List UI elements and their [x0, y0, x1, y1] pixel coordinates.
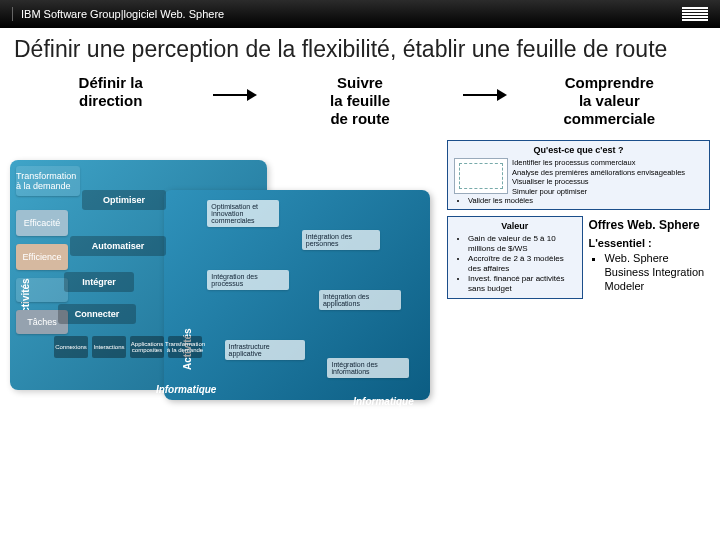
box-informations: Intégration des informations	[327, 358, 409, 378]
box-applications: Intégration des applications	[319, 290, 401, 310]
card-what-is-it: Qu'est-ce que c'est ? Identifier les pro…	[447, 140, 710, 210]
header-bar: IBM Software Group | logiciel Web. Spher…	[0, 0, 720, 28]
svg-marker-3	[497, 89, 507, 101]
offers-title: Offres Web. Sphere	[589, 218, 710, 232]
sb-interactions: Interactions	[92, 336, 126, 358]
tread-integrer: Intégrer	[64, 272, 134, 292]
sb-composites: Applications composites	[130, 336, 164, 358]
tread-connecter: Connecter	[58, 304, 136, 324]
list-item: Gain de valeur de 5 à 10 millions de $/W…	[468, 234, 575, 254]
right-column: Qu'est-ce que c'est ? Identifier les pro…	[447, 140, 710, 410]
header-divider	[12, 7, 13, 21]
tread-automatiser: Automatiser	[70, 236, 166, 256]
step-efficience: Efficience	[16, 244, 68, 270]
essential-item: Web. Sphere Business Integration Modeler	[605, 251, 710, 294]
card-heading: Qu'est-ce que c'est ?	[454, 145, 703, 155]
step-transform: Transformation à la demande	[16, 166, 80, 196]
foot-informatique-1: Informatique	[156, 384, 217, 395]
list-item: Valider les modèles	[468, 196, 703, 205]
arrow-right-icon	[461, 70, 509, 102]
arrow-right-icon	[211, 70, 259, 102]
essential-label: L'essentiel :	[589, 236, 710, 250]
foot-informatique-2: Informatique	[353, 396, 414, 407]
list-item: Accroître de 2 à 3 modèles des affaires	[468, 254, 575, 274]
box-processus: Intégration des processus	[207, 270, 289, 290]
thumbnail-icon	[454, 158, 508, 194]
card-heading: Valeur	[454, 221, 575, 231]
box-personnes: Intégration des personnes	[302, 230, 380, 250]
sb-connexions: Connexions	[54, 336, 88, 358]
list-item: Invest. financé par activités sans budge…	[468, 274, 575, 294]
step-efficacite: Efficacité	[16, 210, 68, 236]
slide-title: Définir une perception de la flexibilité…	[0, 28, 720, 66]
col-follow: Suivre la feuille de route	[259, 70, 460, 132]
lower-content: Activités Activités Transformation à la …	[0, 132, 720, 410]
sb-transformation: Transformation à la demande	[168, 336, 202, 358]
staircase-diagram: Activités Activités Transformation à la …	[10, 140, 439, 410]
header-product: logiciel Web. Sphere	[124, 8, 225, 20]
row-2: Valeur Gain de valeur de 5 à 10 millions…	[447, 216, 710, 299]
box-infrastructure: Infrastructure applicative	[225, 340, 305, 360]
offers-block: Offres Web. Sphere L'essentiel : Web. Sp…	[589, 216, 710, 299]
bottom-small-boxes: Connexions Interactions Applications com…	[54, 336, 202, 358]
col-understand: Comprendre la valeur commerciale	[509, 70, 710, 132]
column-headers: Définir la direction Suivre la feuille d…	[0, 66, 720, 132]
col-define: Définir la direction	[10, 70, 211, 114]
tread-optimiser: Optimiser	[82, 190, 166, 210]
box-optimisation: Optimisation et innovation commerciales	[207, 200, 279, 227]
card-value: Valeur Gain de valeur de 5 à 10 millions…	[447, 216, 582, 299]
svg-marker-1	[247, 89, 257, 101]
value-list: Gain de valeur de 5 à 10 millions de $/W…	[468, 234, 575, 294]
header-org: IBM Software Group	[21, 8, 121, 20]
essential-block: L'essentiel : Web. Sphere Business Integ…	[589, 236, 710, 293]
step-blank	[16, 278, 68, 302]
ibm-logo-icon	[682, 7, 708, 21]
